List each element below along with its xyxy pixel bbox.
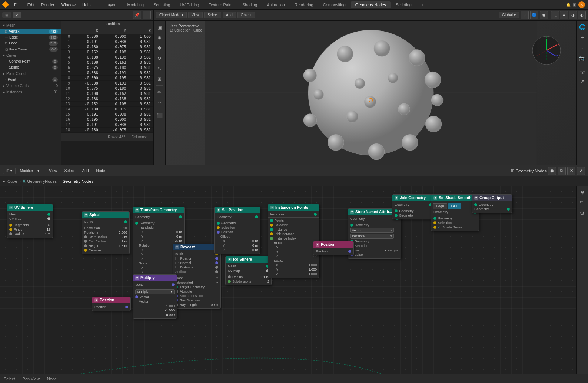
shade-edge-tab[interactable]: Edge [433,203,447,209]
vp-wireframe-btn[interactable]: ⬚ [551,11,559,19]
tool-annotate[interactable]: ✏ [155,87,165,97]
tab-scripting[interactable]: Scripting [391,1,416,8]
ne-frame-btn[interactable]: ⬚ [578,198,587,208]
tool-select[interactable]: ▣ [155,22,165,32]
vp-zoom-out[interactable]: - [578,43,587,53]
tab-rendering[interactable]: Rendering [290,1,318,8]
tab-texture[interactable]: Texture Paint [204,1,237,8]
pos2-collapse[interactable]: ▾ [316,243,319,247]
go-collapse[interactable]: ▾ [474,196,478,200]
sna-collapse[interactable]: ▾ [350,210,354,214]
ss-pin-btn[interactable]: 📌 [133,11,141,19]
viewport-panel[interactable]: Object Mode ▾ View Select Add Object Glo… [154,10,588,165]
ne-copy-btn[interactable]: ⧉ [558,167,566,175]
node-set-position[interactable]: ▾ Set Position Geometry Geometry [214,207,260,254]
node-position-small[interactable]: ▾ Position Position [92,297,131,311]
tab-uv[interactable]: UV Editing [175,1,203,8]
select-menu[interactable]: Select [62,168,78,174]
ne-snap-btn[interactable]: ⊕ [578,188,587,197]
tool-rotate[interactable]: ↺ [155,53,165,63]
ss-filter2-btn[interactable]: ≡ [143,11,151,19]
breadcrumb-geonodes-active[interactable]: Geometry Nodes [63,179,93,184]
ss-active-btn[interactable]: ✓ [13,12,21,18]
menu-edit[interactable]: Edit [24,2,37,8]
vp-mode-btn[interactable]: Object Mode ▾ [156,12,187,18]
node-menu[interactable]: Node [93,168,108,174]
tool-cursor[interactable]: ⊕ [155,33,165,42]
vp-material-btn[interactable]: ◑ [569,11,577,19]
vp-view3d-nav[interactable]: 🌐 [578,22,587,32]
type-face-corner[interactable]: ◻ Face Corner OK [0,46,61,52]
raycast-collapse[interactable]: ▾ [175,245,179,249]
ss-filter-btn[interactable]: ⊞ [2,12,11,18]
jg-collapse[interactable]: ▾ [395,196,398,200]
vp-solid-btn[interactable]: ● [560,11,568,19]
uv-sphere-collapse[interactable]: ▾ [9,206,13,209]
table-area[interactable]: position X Y Z 0 0.000 0.00 [61,21,153,165]
shade-face-tab[interactable]: Face [448,203,461,209]
spiral-collapse[interactable]: ▾ [84,213,88,217]
type-spline[interactable]: ~ Spline 0 [0,65,61,70]
ne-drag-btn[interactable]: ⤢ [577,167,585,175]
user-avatar[interactable]: S [578,1,585,8]
position-collapse[interactable]: ▾ [94,298,98,302]
node-spiral[interactable]: ▾ Spiral Curve Resolution 10 Rotations [82,211,130,254]
vp-overlay[interactable]: ◎ [578,66,587,76]
tool-add-cube[interactable]: ⬛ [155,110,165,120]
vp-gizmos[interactable]: ↗ [578,77,587,86]
vp-zoom-in[interactable]: + [578,33,587,42]
iop-collapse[interactable]: ▾ [270,206,274,209]
multiply-collapse[interactable]: ▾ [135,276,139,280]
view-menu[interactable]: View [46,168,60,174]
node-editor-canvas[interactable]: ▾ UV Sphere Mesh UV Map Segment [0,186,588,383]
type-point[interactable]: · Point 0 [0,77,61,83]
ne-close-btn[interactable]: ✕ [567,167,575,175]
type-vertex[interactable]: □ Vertex 482 [0,29,61,34]
tab-sculpting[interactable]: Sculpting [149,1,175,8]
vp-render-btn[interactable]: ◐ [578,11,586,19]
sna-instance-dropdown[interactable]: Instance▾ [348,233,401,239]
menu-window[interactable]: Window [58,2,79,8]
type-face[interactable]: □ Face 512 [0,40,61,46]
vp-add-btn[interactable]: Add [223,12,236,18]
vp-snap-btn[interactable]: 🔵 [530,11,538,19]
ne-settings-btn[interactable]: ⚙ [578,208,587,218]
vp-proportional-btn[interactable]: ◉ [540,11,548,19]
tab-layout[interactable]: Layout [101,1,122,8]
menu-render[interactable]: Render [38,2,57,8]
menu-help[interactable]: Help [79,2,94,8]
node-join-geometry[interactable]: ▾ Join Geometry Geometry Geometry [392,194,435,219]
vp-camera[interactable]: 📷 [578,53,587,63]
breadcrumb-geonodes[interactable]: GeometryNodes [27,179,57,184]
menu-file[interactable]: File [11,2,24,8]
node-ico-sphere[interactable]: ▾ Ico Sphere Mesh UV Map Radius [225,256,272,285]
transform-collapse[interactable]: ▾ [135,208,139,212]
node-position-second[interactable]: ▾ Position Position [313,241,354,255]
set-pos-collapse[interactable]: ▾ [217,208,220,212]
vp-gizmo-btn[interactable]: ⊕ [521,11,529,19]
sna-vec-dropdown[interactable]: Vector▾ [348,227,401,233]
node-uv-sphere[interactable]: ▾ UV Sphere Mesh UV Map Segment [7,204,53,238]
ico-sphere-collapse[interactable]: ▾ [228,258,232,261]
tab-compositing[interactable]: Compositing [319,1,350,8]
multiply-type-dropdown[interactable]: Multiply▾ [133,289,177,295]
editor-type-btn[interactable]: ⊞ ▾ [3,168,16,174]
ss-collapse[interactable]: ▾ [433,196,437,200]
node-multiply[interactable]: ▾ Multiply Vector Multiply▾ [133,274,177,319]
tool-measure[interactable]: ↔ [155,98,165,107]
type-control-point[interactable]: ○ Control Point 0 [0,59,61,65]
node-group-output[interactable]: ▾ Group Output Geometry Geometry [472,194,512,213]
type-edge[interactable]: ─ Edge 992 [0,34,61,40]
tool-transform[interactable]: ⊞ [155,74,165,84]
vp-view-btn[interactable]: View [188,12,203,18]
add-menu[interactable]: Add [79,168,92,174]
breadcrumb-cube[interactable]: Cube [7,179,17,184]
tab-modeling[interactable]: Modeling [123,1,149,8]
node-raycast[interactable]: ▾ Raycast Is Hit Hit Position Hit Normal [173,244,221,309]
tool-scale[interactable]: ⤡ [155,64,165,73]
vp-transform-btn[interactable]: Global ▾ [499,12,519,18]
ne-pin-btn[interactable]: ◉ [548,167,556,175]
node-instance-on-points[interactable]: ▾ Instance on Points Instances Points [268,204,319,278]
nav-gizmo[interactable]: Y X Z [532,36,561,65]
vp-select-btn[interactable]: Select [204,12,221,18]
